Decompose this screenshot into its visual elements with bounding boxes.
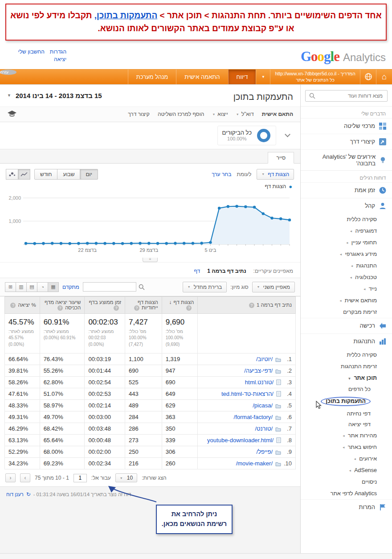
help-icon[interactable]: ?	[10, 303, 16, 308]
sidebar-item-adsense[interactable]: AdSense◄	[301, 464, 392, 476]
table-row: 5./picasa/ 62948900:02:1458.97%48.33%	[5, 400, 296, 411]
col-header-unique-pageviews[interactable]: הצגות דף ייחודיות?	[125, 296, 162, 313]
page-path-link[interactable]: /טורנט/	[255, 425, 273, 432]
granularity-day-button[interactable]: יום	[80, 169, 98, 180]
col-header-bounce-rate[interactable]: שיעור יציאה מדף הכניסה?	[40, 296, 85, 313]
chart-collapse-handle[interactable]: ≡	[143, 258, 158, 262]
line-chart-button[interactable]	[18, 169, 30, 180]
tab-admin[interactable]: מנהל מערכת	[128, 70, 176, 84]
help-icon[interactable]: ?	[134, 305, 139, 311]
sidebar-item-behavior-flow[interactable]: זרימת התנהגות	[301, 361, 392, 372]
sidebar-item-experiments[interactable]: ניסויים	[301, 476, 392, 488]
goto-page-input[interactable]	[74, 474, 87, 482]
col-header-page-path[interactable]: נתיב דף ברמה 1?	[198, 296, 296, 313]
help-icon[interactable]: ?	[249, 303, 254, 308]
comparison-view-button[interactable]: ▥	[16, 282, 27, 292]
granularity-week-button[interactable]: שבוע	[57, 169, 80, 180]
sidebar-item-shortcuts[interactable]: קיצורי דרך	[301, 134, 392, 149]
segment-all-visits[interactable]: כל הביקורים 100.00%	[217, 126, 276, 145]
export-button[interactable]: ייצוא▼	[212, 111, 228, 117]
sidebar-item-acquisition[interactable]: רכישה	[301, 318, 392, 333]
page-path-link[interactable]: /פייפל/	[257, 448, 273, 455]
sidebar-item-audience-overview[interactable]: סקירה כללית	[301, 214, 392, 225]
settings-link[interactable]: הגדרות	[50, 49, 66, 55]
page-path-link[interactable]: /טורנט.html	[245, 379, 274, 386]
percentage-view-button[interactable]: ◔	[37, 282, 48, 292]
motion-chart-button[interactable]	[6, 169, 18, 180]
sidebar-item-content-drilldown[interactable]: התעמקות בתוכן	[301, 395, 392, 408]
sidebar-item-interests[interactable]: תחומי עניין◄	[301, 237, 392, 248]
sidebar-item-demographics[interactable]: דמוגרפיה◄	[301, 225, 392, 237]
page-path-link[interactable]: /יוטיוב/	[256, 356, 273, 362]
prev-page-button[interactable]: ‹	[5, 473, 16, 482]
granularity-month-button[interactable]: חודש	[34, 169, 57, 180]
tab-explorer[interactable]: סייר	[268, 152, 294, 164]
sidebar-item-site-search[interactable]: חיפוש באתר◄	[301, 441, 392, 453]
tab-help[interactable]: עזרה	[0, 70, 16, 75]
sidebar-item-mobile[interactable]: נייד◄	[301, 283, 392, 295]
shortcut-button[interactable]: קיצור דרך	[128, 111, 150, 117]
select-metric-link[interactable]: בחר ערך	[212, 171, 231, 177]
sidebar-item-visitors-flow[interactable]: זרימת מבקרים	[301, 306, 392, 318]
page-path-link[interactable]: /picasa/	[253, 402, 273, 409]
nav-dropdown-button[interactable]: ▼	[256, 70, 270, 84]
add-to-dashboard-button[interactable]: הוסף למרכז השליטה	[158, 111, 204, 117]
tab-reporting[interactable]: דיווח	[228, 70, 256, 84]
sort-type-button[interactable]: ברירת מחדל▼	[183, 282, 227, 292]
sidebar-item-realtime[interactable]: זמן אמת	[301, 182, 392, 198]
collapse-segments-button[interactable]	[282, 131, 293, 140]
sidebar-item-exit-pages[interactable]: דפי יציאה	[301, 419, 392, 430]
dimension-page-link[interactable]: דף	[194, 268, 200, 274]
pivot-view-button[interactable]: ⊞	[5, 282, 16, 292]
performance-view-button[interactable]: ▤	[26, 282, 37, 292]
email-button[interactable]: דוא"ל▼	[236, 111, 254, 117]
advanced-filter-link[interactable]: מתקדם	[62, 284, 79, 290]
report-search-input[interactable]	[321, 92, 384, 99]
help-icon[interactable]: ?	[114, 305, 119, 311]
home-button[interactable]: ⌂	[376, 70, 392, 84]
sidebar-item-site-speed[interactable]: מהירות אתר◄	[301, 430, 392, 441]
date-range-picker[interactable]: 15 בדצמ 2013 - 14 בינו 2014 ▼	[7, 92, 102, 99]
col-header-avg-time[interactable]: זמן ממוצע בדף?	[85, 296, 125, 313]
page-path-link[interactable]: /format-factory/	[234, 414, 273, 420]
page-path-link[interactable]: /הרצאות-טד-ted.html	[221, 390, 274, 397]
next-page-button[interactable]: ›	[20, 473, 30, 482]
chevron-down-icon: ▼	[261, 75, 265, 79]
sidebar-item-behavior[interactable]: התנהגות	[301, 333, 392, 349]
sidebar-item-inpage-analytics[interactable]: Analytics לדפי אתר	[301, 488, 392, 499]
my-account-link[interactable]: החשבון שלי	[18, 49, 45, 55]
page-path-link[interactable]: /דפי-צביעה/	[244, 367, 273, 374]
property-button[interactable]	[360, 70, 376, 84]
sidebar-item-events[interactable]: אירועים◄	[301, 453, 392, 464]
help-icon[interactable]: ?	[186, 305, 192, 311]
sidebar-item-custom[interactable]: מותאם אישית◄	[301, 295, 392, 306]
table-search-input[interactable]	[83, 282, 136, 292]
account-selector[interactable]: המדריך - http://www.xn-7dbbqer5d.co.il כ…	[270, 70, 360, 84]
sidebar-item-conversions[interactable]: המרות	[301, 499, 392, 515]
refresh-report-link[interactable]: רענן דוח	[6, 492, 24, 497]
sign-out-link[interactable]: יציאה	[54, 56, 66, 62]
education-button[interactable]	[7, 110, 17, 119]
rows-per-page-select[interactable]: 10▼	[115, 473, 137, 482]
help-icon[interactable]: ?	[57, 305, 63, 311]
sidebar-item-geo[interactable]: מידע גיאוגרפי◄	[301, 248, 392, 260]
secondary-dimension-button[interactable]: מאפיין משני▼	[252, 282, 295, 292]
col-header-exit-pct[interactable]: % יציאה?	[5, 296, 40, 313]
metric-selector-button[interactable]: הצגות דף▼	[257, 169, 294, 180]
sidebar-item-audience[interactable]: קהל	[301, 198, 392, 214]
customize-button[interactable]: התאם אישית	[262, 111, 293, 117]
page-path-link[interactable]: /movie-maker/	[236, 460, 273, 467]
sidebar-item-intelligence[interactable]: אירועים של 'Analytics בתבונה'	[301, 149, 392, 170]
data-view-button[interactable]: ▦	[48, 282, 59, 292]
sidebar-item-landing-pages[interactable]: דפי נחיתה	[301, 408, 392, 419]
dimension-page-path-level1[interactable]: נתיב דף ברמה 1	[207, 268, 246, 274]
sidebar-item-technology[interactable]: טכנולוגיה◄	[301, 271, 392, 283]
sidebar-item-dashboards[interactable]: מרכזי שליטה	[301, 118, 392, 134]
sidebar-item-all-pages[interactable]: כל הדפים	[301, 384, 392, 395]
sidebar-item-site-content[interactable]: תוכן אתר▼	[301, 372, 392, 384]
sidebar-item-behavior-overview[interactable]: סקירה כללית	[301, 349, 392, 361]
page-path-link[interactable]: /youtube-downloader.html	[207, 437, 274, 444]
tab-customization[interactable]: התאמה אישית	[176, 70, 228, 84]
col-header-pageviews[interactable]: הצגות דף↓?	[162, 296, 198, 313]
sidebar-item-audience-behavior[interactable]: התנהגות◄	[301, 260, 392, 271]
